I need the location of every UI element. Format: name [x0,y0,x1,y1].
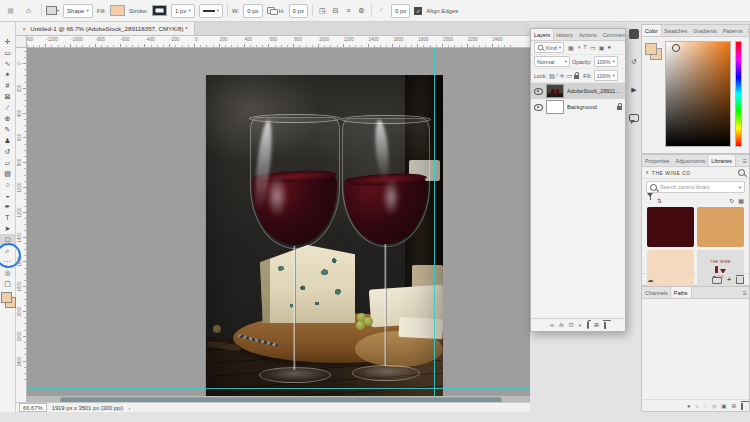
paths-tab-paths[interactable]: Paths [671,287,691,298]
path-from-selection-icon[interactable]: ◇ [712,403,716,409]
shape-height-field[interactable]: 0 px [289,4,308,18]
vertical-ruler[interactable]: -200020040060080010001200140016001800200… [16,48,27,402]
delete-layer-icon[interactable] [604,322,606,328]
layer-thumbnail[interactable] [546,84,564,98]
home-button[interactable]: ⌂ [20,4,37,17]
frame-tool[interactable]: ⊠ [0,91,15,102]
guide-horizontal[interactable] [27,57,530,58]
back-icon[interactable]: ‹ [646,169,649,176]
move-tool[interactable]: ✛ [0,36,15,47]
path-selection-tool[interactable]: ➤ [0,223,15,234]
library-search-field[interactable]: Search current library ▾ [646,181,745,193]
library-grid-view-icon[interactable]: ▦ [738,197,744,204]
type-tool[interactable]: T [0,212,15,223]
lock-position-icon[interactable]: ✛ [560,72,565,79]
guide-vertical[interactable] [201,48,202,402]
blend-mode-select[interactable]: Normal▾ [534,56,570,67]
libraries-tab-libraries[interactable]: Libraries [708,155,735,166]
filter-pixel-layers-icon[interactable]: ▦ [568,44,574,51]
lock-all-icon[interactable] [574,75,579,79]
layer-filter-kind-select[interactable]: Kind▾ [534,42,564,53]
marquee-tool[interactable]: ▭ [0,47,15,58]
zoom-tool[interactable]: ⌕ [0,245,15,256]
layers-tab-actions[interactable]: Actions [576,29,600,40]
brush-tool[interactable]: ✎ [0,124,15,135]
lock-image-pixels-icon[interactable]: ∕ [557,72,558,79]
collapsed-panel-dark-icon[interactable] [628,28,640,40]
shape-width-field[interactable]: 0 px [243,4,262,18]
object-selection-tool[interactable]: ✶ [0,69,15,80]
collapsed-comments-panel-icon[interactable] [628,112,640,124]
guide-horizontal[interactable] [27,388,530,389]
layer-visibility-eye-icon[interactable] [534,88,543,95]
shape-settings-gear-icon[interactable]: ⚙ [356,4,367,17]
crop-tool[interactable]: # [0,80,15,91]
library-swatch-dark-maroon[interactable] [647,207,694,247]
eyedropper-tool[interactable]: ∕ [0,102,15,113]
saturation-brightness-field[interactable] [665,41,731,147]
color-picker-cursor[interactable] [672,44,680,52]
stroke-swatch[interactable] [152,5,167,16]
link-layers-icon[interactable]: ∞ [550,322,554,328]
align-edges-checkbox[interactable]: ✓ [414,7,422,15]
dodge-tool[interactable]: ◒ [0,190,15,201]
new-path-icon[interactable]: ⊞ [731,403,736,409]
collapsed-history-panel-icon[interactable]: ↺ [628,56,640,68]
layers-tab-history[interactable]: History [553,29,576,40]
zoom-level-field[interactable]: 66.67% [19,403,47,412]
clone-stamp-tool[interactable]: ♟ [0,135,15,146]
screen-mode-button[interactable]: ▢ [0,278,15,289]
guide-horizontal[interactable] [27,73,530,74]
collapsed-actions-panel-icon[interactable]: ▶ [628,84,640,96]
blur-tool[interactable]: ○ [0,179,15,190]
delete-icon[interactable] [736,277,744,284]
path-selection-dashes-icon[interactable]: ◌ [704,403,707,409]
color-tab-patterns[interactable]: Patterns [720,25,746,36]
history-brush-tool[interactable]: ↺ [0,146,15,157]
library-filter-icon[interactable] [647,197,653,203]
horizontal-scrollbar-thumb[interactable] [60,397,502,402]
layer-visibility-eye-icon[interactable] [534,104,543,111]
tool-preset-button[interactable]: ▾ [46,4,59,17]
color-tab-gradients[interactable]: Gradients [690,25,719,36]
library-recent-icon[interactable]: ↻ [729,197,734,204]
stroke-width-field[interactable]: 1 px▾ [171,4,195,18]
library-swatch-tan[interactable] [697,207,744,247]
document-photo-layer[interactable] [205,75,443,397]
foreground-color-swatch[interactable] [1,292,12,303]
new-group-icon[interactable] [712,277,722,284]
status-chevron-icon[interactable]: › [129,405,131,411]
gradient-tool[interactable]: ▨ [0,168,15,179]
layer-row[interactable]: AdobeStock_289118357 [531,83,625,99]
library-search-icon[interactable] [738,169,745,176]
horizontal-ruler[interactable]: -1400-1200-1000-800-600-400-200020040060… [27,36,530,48]
foreground-color-swatch[interactable] [645,43,657,55]
libraries-tab-adjustments[interactable]: Adjustments [673,155,709,166]
filter-shape-layers-icon[interactable]: ▭ [590,44,596,51]
quick-mask-button[interactable]: ◎ [0,267,15,278]
add-mask-from-path-icon[interactable]: ▣ [721,403,726,409]
path-alignment-icon[interactable]: ⊟ [330,4,341,17]
hue-slider[interactable] [735,41,742,147]
panel-foreground-background-swatches[interactable] [645,43,663,61]
paths-tab-channels[interactable]: Channels [642,287,671,298]
pen-tool[interactable]: ✒ [0,201,15,212]
filter-toggle-icon[interactable]: ● [607,44,611,51]
layers-tab-comments[interactable]: Comments [600,29,625,40]
layers-tab-layers[interactable]: Layers [531,29,553,40]
ruler-origin-corner[interactable] [16,36,27,48]
color-tab-swatches[interactable]: Swatches [661,25,690,36]
rectangle-shape-tool[interactable]: □ [0,234,15,245]
color-tab-color[interactable]: Color [642,25,661,36]
healing-brush-tool[interactable]: ⊕ [0,113,15,124]
corner-radius-field[interactable]: 0 px [391,4,410,18]
libraries-tab-properties[interactable]: Properties [642,155,673,166]
filter-smart-objects-icon[interactable]: ▣ [599,44,605,51]
path-operations-icon[interactable]: ◳ [317,4,328,17]
fill-path-icon[interactable]: ● [687,403,690,409]
canvas-viewport[interactable] [27,48,530,402]
layer-effects-icon[interactable]: fx [559,322,564,328]
filter-adjustment-layers-icon[interactable]: ◑ [577,44,581,51]
stroke-path-icon[interactable]: ○ [695,403,698,409]
opacity-field[interactable]: 100%▾ [594,56,618,67]
